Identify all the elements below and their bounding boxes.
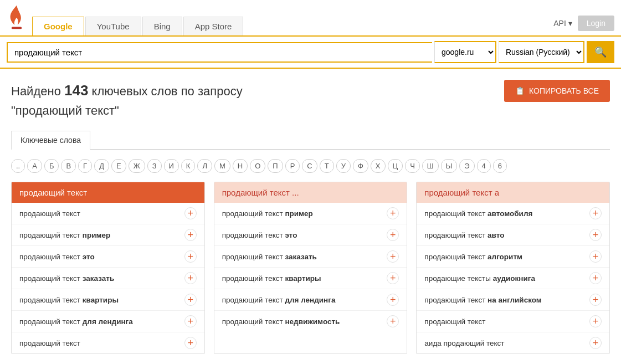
- kw-text: аида продающий текст: [424, 339, 589, 347]
- kw-text: продающий текст для лендинга: [222, 296, 387, 304]
- list-item: продающий текст квартиры +: [12, 289, 204, 311]
- list-item: аида продающий текст +: [417, 332, 609, 353]
- keyword-columns: продающий текст продающий текст + продаю…: [11, 182, 610, 354]
- list-item: продающий текст +: [12, 332, 204, 353]
- alpha-btn-u[interactable]: У: [336, 159, 351, 173]
- list-item: продающий текст авто +: [417, 224, 609, 246]
- main-content: Найдено 143 ключевых слов по запросу "пр…: [0, 69, 621, 354]
- copy-all-label: КОПИРОВАТЬ ВСЕ: [529, 86, 599, 95]
- kw-text: продающий текст пример: [19, 231, 184, 239]
- header: Google YouTube Bing App Store API ▾ Logi…: [0, 0, 621, 37]
- list-item: продающий текст на английском +: [417, 289, 609, 311]
- kw-text: продающий текст алгоритм: [424, 253, 589, 261]
- copy-all-button[interactable]: 📋 КОПИРОВАТЬ ВСЕ: [504, 80, 610, 102]
- language-select[interactable]: Russian (Русский) English: [499, 41, 584, 63]
- alpha-btn-i[interactable]: И: [164, 159, 179, 173]
- column-1: продающий текст продающий текст + продаю…: [11, 182, 205, 354]
- kw-text: продающий текст квартиры: [19, 296, 184, 304]
- alpha-btn-e[interactable]: Е: [111, 159, 126, 173]
- alpha-btn-6[interactable]: 6: [493, 159, 507, 173]
- alpha-btn-ch[interactable]: Ч: [405, 159, 420, 173]
- add-keyword-button[interactable]: +: [184, 207, 197, 219]
- add-keyword-button[interactable]: +: [387, 272, 399, 284]
- copy-icon: 📋: [515, 86, 525, 95]
- add-keyword-button[interactable]: +: [184, 272, 197, 284]
- add-keyword-button[interactable]: +: [184, 337, 197, 349]
- add-keyword-button[interactable]: +: [184, 315, 197, 327]
- api-button[interactable]: API ▾: [553, 19, 572, 28]
- alpha-btn-ts[interactable]: Ц: [388, 159, 403, 173]
- list-item: продающий текст пример +: [12, 224, 204, 246]
- alpha-btn-k[interactable]: К: [181, 159, 196, 173]
- add-keyword-button[interactable]: +: [387, 315, 399, 327]
- list-item: продающий текст +: [417, 311, 609, 332]
- search-input[interactable]: [7, 42, 432, 63]
- search-bar: google.ru google.com google.de Russian (…: [0, 37, 621, 69]
- alpha-btn-v[interactable]: В: [61, 159, 76, 173]
- alpha-btn-dotdot[interactable]: ..: [11, 159, 25, 173]
- add-keyword-button[interactable]: +: [589, 272, 602, 284]
- add-keyword-button[interactable]: +: [589, 294, 602, 306]
- add-keyword-button[interactable]: +: [387, 250, 399, 263]
- add-keyword-button[interactable]: +: [589, 229, 602, 241]
- alpha-btn-l[interactable]: Л: [197, 159, 212, 173]
- search-button[interactable]: 🔍: [587, 41, 614, 63]
- kw-text: продающий текст это: [19, 253, 184, 261]
- alpha-btn-b[interactable]: Б: [44, 159, 59, 173]
- kw-text: продающий текст автомобиля: [424, 209, 589, 218]
- kw-text: продающий текст: [19, 209, 184, 218]
- alpha-btn-n[interactable]: Н: [233, 159, 248, 173]
- alpha-btn-r[interactable]: Р: [285, 159, 300, 173]
- add-keyword-button[interactable]: +: [589, 315, 602, 327]
- alpha-btn-4[interactable]: 4: [477, 159, 491, 173]
- nav-tabs: Google YouTube Bing App Store: [32, 17, 244, 35]
- add-keyword-button[interactable]: +: [184, 229, 197, 241]
- list-item: продающий текст алгоритм +: [417, 246, 609, 268]
- keywords-tab[interactable]: Ключевые слова: [11, 131, 90, 150]
- list-item: продающий текст для лендинга +: [12, 311, 204, 332]
- alpha-btn-a[interactable]: А: [27, 159, 42, 173]
- alpha-btn-t[interactable]: Т: [320, 159, 334, 173]
- add-keyword-button[interactable]: +: [387, 229, 399, 241]
- list-item: продающий текст заказать +: [214, 246, 407, 268]
- alpha-btn-zh[interactable]: Ж: [129, 159, 145, 173]
- list-item: продающий текст квартиры +: [214, 268, 407, 289]
- alpha-btn-g[interactable]: Г: [78, 159, 92, 173]
- login-button[interactable]: Login: [578, 16, 614, 31]
- list-item: продающий текст автомобиля +: [417, 203, 609, 224]
- found-text: Найдено: [11, 84, 61, 98]
- add-keyword-button[interactable]: +: [589, 250, 602, 263]
- col-2-header: продающий текст ...: [214, 182, 407, 203]
- col-3-header: продающий текст а: [417, 182, 609, 203]
- alpha-btn-o[interactable]: О: [250, 159, 265, 173]
- tab-youtube[interactable]: YouTube: [85, 17, 141, 35]
- add-keyword-button[interactable]: +: [387, 207, 399, 219]
- domain-select[interactable]: google.ru google.com google.de: [434, 41, 496, 63]
- alpha-btn-s[interactable]: С: [302, 159, 317, 173]
- add-keyword-button[interactable]: +: [184, 294, 197, 306]
- add-keyword-button[interactable]: +: [589, 207, 602, 219]
- alpha-btn-m[interactable]: М: [214, 159, 230, 173]
- list-item: продающие тексты аудиокнига +: [417, 268, 609, 289]
- alpha-btn-z[interactable]: З: [147, 159, 162, 173]
- tab-bing[interactable]: Bing: [142, 17, 182, 35]
- alpha-btn-d[interactable]: Д: [94, 159, 109, 173]
- alpha-btn-f[interactable]: Ф: [353, 159, 368, 173]
- alpha-btn-p[interactable]: П: [268, 159, 283, 173]
- add-keyword-button[interactable]: +: [387, 294, 399, 306]
- add-keyword-button[interactable]: +: [589, 337, 602, 349]
- svg-rect-0: [12, 27, 22, 29]
- alpha-btn-kh[interactable]: Х: [371, 159, 386, 173]
- tab-appstore[interactable]: App Store: [183, 17, 244, 35]
- kw-text: продающий текст недвижимость: [222, 317, 387, 326]
- alpha-btn-eh[interactable]: Э: [459, 159, 474, 173]
- tab-panel: Ключевые слова: [11, 131, 610, 150]
- column-3: продающий текст а продающий текст автомо…: [416, 182, 610, 354]
- add-keyword-button[interactable]: +: [184, 250, 197, 263]
- kw-text: продающий текст авто: [424, 231, 589, 239]
- alpha-btn-y[interactable]: Ы: [441, 159, 458, 173]
- list-item: продающий текст это +: [214, 224, 407, 246]
- column-2: продающий текст ... продающий текст прим…: [214, 182, 408, 354]
- alpha-btn-sh[interactable]: Ш: [422, 159, 439, 173]
- tab-google[interactable]: Google: [32, 17, 84, 35]
